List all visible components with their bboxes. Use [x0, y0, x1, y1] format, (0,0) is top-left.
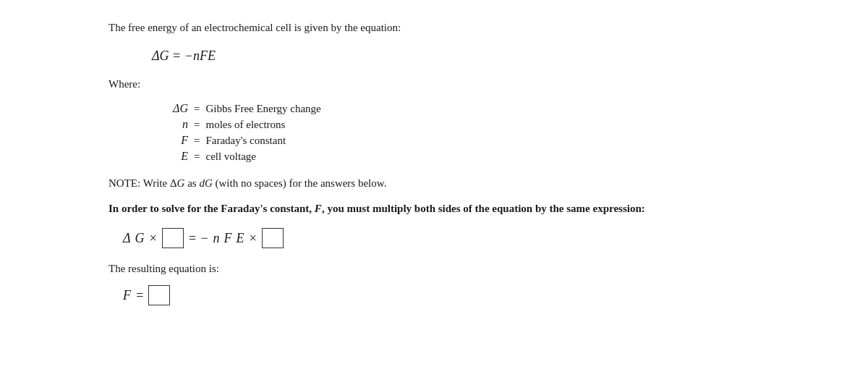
note-label: NOTE: Write Δ [109, 177, 177, 189]
input-final-answer[interactable] [148, 285, 170, 305]
definition-row-F: F = Faraday's constant [166, 134, 760, 147]
note-G: G [177, 177, 185, 189]
instruction-F-italic: F [315, 203, 322, 214]
input-multiplier-right[interactable] [262, 228, 284, 248]
symbol-deltaG: ΔG [166, 102, 188, 115]
symbol-F: F [166, 134, 188, 147]
desc-n: moles of electrons [205, 119, 285, 131]
E-symbol: E [208, 48, 216, 63]
definition-row-deltaG: ΔG = Gibbs Free Energy change [166, 102, 760, 115]
note-paragraph: NOTE: Write ΔG as dG (with no spaces) fo… [109, 177, 760, 190]
interactive-equation-block: ΔG × = −nFE × [123, 228, 760, 248]
desc-F: Faraday's constant [205, 135, 286, 147]
definitions-list: ΔG = Gibbs Free Energy change n = moles … [166, 102, 760, 163]
desc-deltaG: Gibbs Free Energy change [205, 103, 320, 115]
instruction-paragraph: In order to solve for the Faraday's cons… [109, 203, 760, 215]
definition-row-n: n = moles of electrons [166, 118, 760, 131]
eq-left-G: G [135, 231, 145, 246]
F-symbol: F [200, 48, 208, 63]
eq-equals-neg: = − [188, 231, 209, 246]
intro-paragraph: The free energy of an electrochemical ce… [109, 22, 760, 34]
delta-symbol: Δ [152, 48, 160, 63]
equals-sign: = − [172, 48, 193, 63]
desc-E: cell voltage [205, 151, 256, 163]
instruction-text-start: In order to solve for the Faraday's cons… [109, 203, 315, 214]
where-label: Where: [109, 78, 760, 90]
eq-n: n [213, 231, 220, 246]
eq-E: E [237, 231, 244, 246]
eq-times-2: × [249, 231, 258, 246]
input-multiplier-left[interactable] [162, 228, 184, 248]
symbol-E: E [166, 150, 188, 163]
final-F: F [123, 288, 131, 303]
equals-F: = [194, 135, 200, 147]
final-equals: = [135, 288, 144, 303]
symbol-n: n [166, 118, 188, 131]
eq-left-delta: Δ [123, 231, 131, 246]
n-symbol: n [193, 48, 200, 63]
equals-n: = [194, 119, 200, 131]
equals-deltaG: = [194, 103, 200, 115]
main-equation-display: ΔG = −nFE [152, 48, 760, 64]
eq-times-1: × [149, 231, 158, 246]
definition-row-E: E = cell voltage [166, 150, 760, 163]
resulting-label: The resulting equation is: [109, 263, 760, 275]
main-content: The free energy of an electrochemical ce… [109, 22, 760, 305]
final-equation-block: F = [123, 285, 760, 305]
G-symbol: G [160, 48, 169, 63]
equals-E: = [194, 151, 200, 163]
eq-F: F [224, 231, 232, 246]
instruction-text-end: , you must multiply both sides of the eq… [322, 203, 645, 214]
note-rest: as dG (with no spaces) for the answers b… [184, 177, 386, 189]
